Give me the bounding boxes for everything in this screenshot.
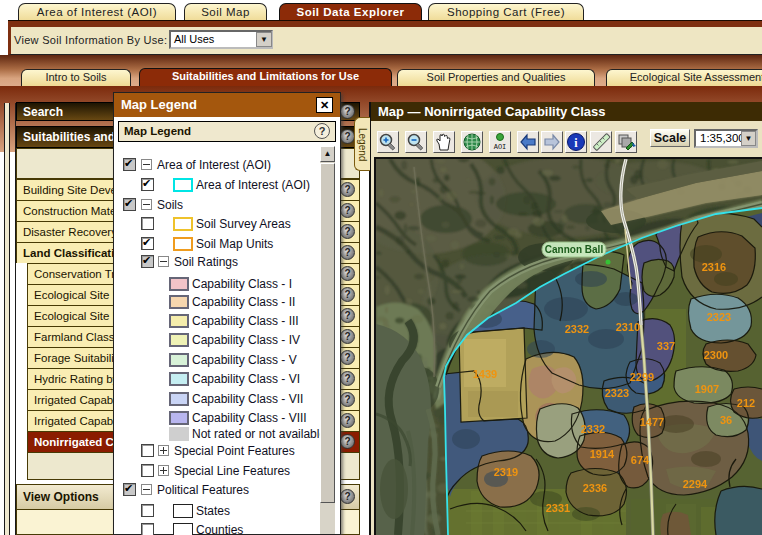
svg-text:2323: 2323 (707, 311, 731, 323)
svg-text:2316: 2316 (702, 261, 726, 273)
svg-text:1907: 1907 (695, 383, 719, 395)
svg-text:Cannon Ball: Cannon Ball (545, 244, 604, 255)
svg-text:2319: 2319 (494, 466, 518, 478)
svg-text:1439: 1439 (473, 368, 497, 380)
svg-text:674: 674 (631, 454, 650, 466)
svg-text:1477: 1477 (640, 416, 664, 428)
svg-text:2323: 2323 (605, 387, 629, 399)
svg-text:212: 212 (737, 397, 755, 409)
svg-text:2331: 2331 (546, 502, 570, 514)
svg-text:2336: 2336 (583, 482, 607, 494)
svg-text:2299: 2299 (630, 371, 654, 383)
svg-text:36: 36 (720, 414, 732, 426)
svg-text:2332: 2332 (581, 423, 605, 435)
svg-text:AOI: AOI (494, 143, 507, 151)
svg-text:2294: 2294 (683, 478, 708, 490)
svg-text:2332: 2332 (565, 323, 589, 335)
svg-text:337: 337 (657, 340, 675, 352)
svg-text:2300: 2300 (704, 349, 728, 361)
svg-text:1914: 1914 (590, 448, 615, 460)
svg-text:2310: 2310 (616, 321, 640, 333)
